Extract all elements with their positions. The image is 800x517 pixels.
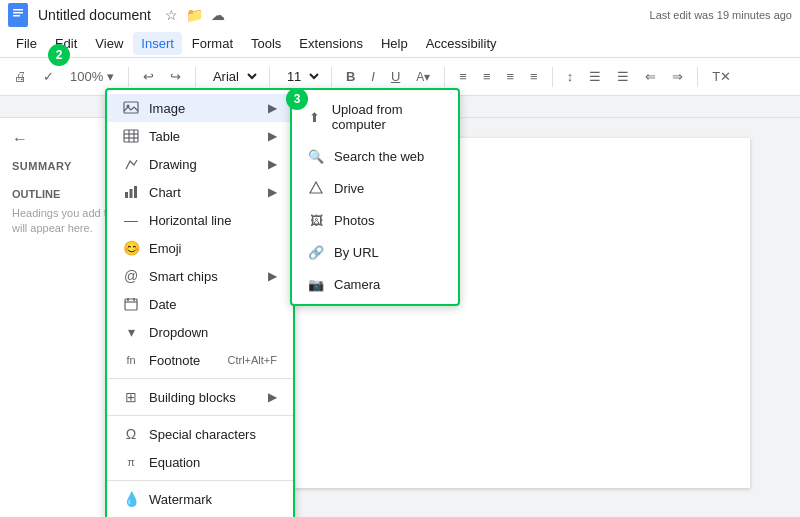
title-icons: ☆ 📁 ☁ [165, 7, 225, 23]
font-name-select[interactable]: Arial [204, 65, 261, 88]
svg-rect-4 [124, 102, 138, 113]
submenu-drive[interactable]: Drive [292, 172, 458, 204]
menu-format[interactable]: Format [184, 32, 241, 55]
watermark-label: Watermark [149, 492, 212, 507]
menu-item-image[interactable]: Image ▶ [107, 94, 293, 122]
smart-chips-arrow: ▶ [268, 269, 277, 283]
chart-arrow: ▶ [268, 185, 277, 199]
drive-label: Drive [334, 181, 364, 196]
clear-format-button[interactable]: T✕ [706, 65, 737, 88]
align-left-button[interactable]: ≡ [453, 65, 473, 88]
svg-rect-13 [134, 186, 137, 198]
menu-item-building-blocks[interactable]: ⊞ Building blocks ▶ [107, 383, 293, 411]
undo-button[interactable]: ↩ [137, 65, 160, 88]
align-right-button[interactable]: ≡ [500, 65, 520, 88]
drawing-icon [123, 156, 139, 172]
photos-icon: 🖼 [308, 212, 324, 228]
table-arrow: ▶ [268, 129, 277, 143]
menu-bar: File Edit View Insert Format Tools Exten… [0, 30, 800, 58]
underline-button[interactable]: U [385, 65, 406, 88]
submenu-search-web[interactable]: 🔍 Search the web [292, 140, 458, 172]
table-icon [123, 128, 139, 144]
menu-file[interactable]: File [8, 32, 45, 55]
sidebar-back-arrow[interactable]: ← [12, 130, 28, 148]
menu-item-smart-chips[interactable]: @ Smart chips ▶ [107, 262, 293, 290]
submenu-upload[interactable]: ⬆ Upload from computer [292, 94, 458, 140]
submenu-camera[interactable]: 📷 Camera [292, 268, 458, 300]
submenu-by-url[interactable]: 🔗 By URL [292, 236, 458, 268]
star-icon[interactable]: ☆ [165, 7, 178, 23]
svg-rect-1 [13, 9, 23, 11]
menu-item-watermark[interactable]: 💧 Watermark [107, 485, 293, 513]
annotation-circle-2: 2 [48, 44, 70, 66]
table-label: Table [149, 129, 180, 144]
toolbar-sep7 [697, 67, 698, 87]
spell-check-button[interactable]: ✓ [37, 65, 60, 88]
menu-item-headers-footers[interactable]: ☰ Headers & footers ▶ [107, 513, 293, 517]
location-icon[interactable]: 📁 [186, 7, 203, 23]
smart-chips-icon: @ [123, 268, 139, 284]
menu-item-special-characters[interactable]: Ω Special characters [107, 420, 293, 448]
line-spacing-button[interactable]: ↕ [561, 65, 580, 88]
menu-accessibility[interactable]: Accessibility [418, 32, 505, 55]
bold-button[interactable]: B [340, 65, 361, 88]
dropdown-icon: ▾ [123, 324, 139, 340]
zoom-select[interactable]: 100% ▾ [64, 65, 120, 88]
font-size-select[interactable]: 11 [278, 65, 323, 88]
print-button[interactable]: 🖨 [8, 65, 33, 88]
bullet-list-button[interactable]: ☰ [583, 65, 607, 88]
document-title[interactable]: Untitled document [38, 7, 151, 23]
image-submenu[interactable]: ⬆ Upload from computer 🔍 Search the web … [290, 88, 460, 306]
upload-icon: ⬆ [308, 109, 322, 125]
drive-icon [308, 180, 324, 196]
align-center-button[interactable]: ≡ [477, 65, 497, 88]
insert-menu[interactable]: Image ▶ Table ▶ Drawing ▶ Chart ▶ — Hori… [105, 88, 295, 517]
menu-insert[interactable]: Insert [133, 32, 182, 55]
menu-item-emoji[interactable]: 😊 Emoji [107, 234, 293, 262]
search-web-label: Search the web [334, 149, 424, 164]
menu-item-table[interactable]: Table ▶ [107, 122, 293, 150]
menu-item-date[interactable]: Date [107, 290, 293, 318]
menu-item-dropdown[interactable]: ▾ Dropdown [107, 318, 293, 346]
toolbar-sep2 [195, 67, 196, 87]
doc-icon [8, 3, 28, 27]
redo-button[interactable]: ↪ [164, 65, 187, 88]
smart-chips-label: Smart chips [149, 269, 218, 284]
building-blocks-arrow: ▶ [268, 390, 277, 404]
menu-item-equation[interactable]: π Equation [107, 448, 293, 476]
toolbar-sep4 [331, 67, 332, 87]
submenu-photos[interactable]: 🖼 Photos [292, 204, 458, 236]
drawing-arrow: ▶ [268, 157, 277, 171]
menu-sep2 [107, 415, 293, 416]
svg-rect-14 [125, 299, 137, 310]
menu-item-footnote[interactable]: fn Footnote Ctrl+Alt+F [107, 346, 293, 374]
italic-button[interactable]: I [365, 65, 381, 88]
special-chars-icon: Ω [123, 426, 139, 442]
dropdown-label: Dropdown [149, 325, 208, 340]
date-icon [123, 296, 139, 312]
cloud-icon[interactable]: ☁ [211, 7, 225, 23]
menu-item-horizontal-line[interactable]: — Horizontal line [107, 206, 293, 234]
menu-item-drawing[interactable]: Drawing ▶ [107, 150, 293, 178]
increase-indent-button[interactable]: ⇒ [666, 65, 689, 88]
menu-item-chart[interactable]: Chart ▶ [107, 178, 293, 206]
toolbar-sep5 [444, 67, 445, 87]
upload-label: Upload from computer [332, 102, 442, 132]
align-justify-button[interactable]: ≡ [524, 65, 544, 88]
last-edit: Last edit was 19 minutes ago [650, 9, 792, 21]
menu-tools[interactable]: Tools [243, 32, 289, 55]
search-web-icon: 🔍 [308, 148, 324, 164]
chart-label: Chart [149, 185, 181, 200]
by-url-label: By URL [334, 245, 379, 260]
by-url-icon: 🔗 [308, 244, 324, 260]
menu-sep1 [107, 378, 293, 379]
camera-icon: 📷 [308, 276, 324, 292]
menu-extensions[interactable]: Extensions [291, 32, 371, 55]
menu-view[interactable]: View [87, 32, 131, 55]
decrease-indent-button[interactable]: ⇐ [639, 65, 662, 88]
annotation-circle-3: 3 [286, 88, 308, 110]
numbered-list-button[interactable]: ☰ [611, 65, 635, 88]
menu-help[interactable]: Help [373, 32, 416, 55]
svg-rect-6 [124, 130, 138, 142]
text-color-button[interactable]: A▾ [410, 66, 436, 88]
